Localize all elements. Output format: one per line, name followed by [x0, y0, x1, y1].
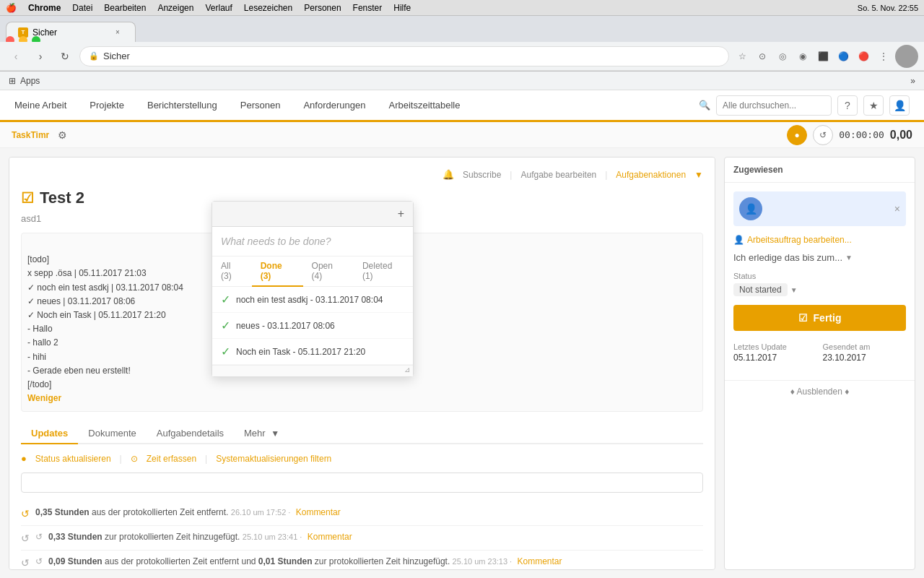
- hide-button[interactable]: ♦ Ausblenden ♦: [725, 380, 915, 402]
- edit-assignment-icon: 👤: [733, 235, 744, 245]
- settings-icon[interactable]: ⚙: [58, 129, 67, 141]
- menubar-personen[interactable]: Personen: [304, 3, 341, 13]
- activity-comment-0[interactable]: Kommentar: [296, 507, 341, 517]
- clock-icon: ⊙: [131, 454, 138, 464]
- done-icon: ☑: [798, 312, 808, 324]
- profile-button[interactable]: [895, 45, 918, 68]
- menubar-lesezeichen[interactable]: Lesezeichen: [244, 3, 292, 13]
- edit-assignment-link[interactable]: 👤 Arbeitsauftrag bearbeiten...: [733, 235, 906, 245]
- menubar-bearbeiten[interactable]: Bearbeiten: [104, 3, 146, 13]
- apps-grid-icon: ⊞: [9, 76, 16, 86]
- tab-mehr[interactable]: Mehr ▼: [234, 423, 289, 444]
- address-bar[interactable]: 🔒 Sicher: [79, 46, 729, 66]
- less-link[interactable]: Weniger: [27, 393, 61, 403]
- extension-icon-3[interactable]: ◉: [794, 48, 811, 65]
- todo-popup-add-button[interactable]: +: [398, 207, 404, 220]
- tab-aufgabendetails[interactable]: Aufgabendetails: [147, 423, 234, 444]
- done-button[interactable]: ☑ Fertig: [733, 305, 906, 331]
- task-tabs: Updates Dokumente Aufgabendetails Mehr ▼: [21, 423, 703, 444]
- todo-item-1: ✓ neues - 03.11.2017 08:06: [212, 313, 413, 339]
- search-input[interactable]: [716, 95, 832, 116]
- todo-items: ✓ noch ein test asdkj - 03.11.2017 08:04…: [212, 287, 413, 365]
- gesendet-value: 23.10.2017: [823, 353, 907, 363]
- activity-comment-1[interactable]: Kommentar: [308, 532, 352, 542]
- extension-icon-5[interactable]: 🔵: [834, 48, 852, 65]
- timer-stop-button[interactable]: ↺: [813, 125, 833, 145]
- filter-link[interactable]: Systemaktualisierungen filtern: [216, 454, 331, 464]
- todo-check-icon-2: ✓: [221, 345, 230, 358]
- apps-label[interactable]: Apps: [20, 76, 40, 86]
- user-avatar: 👤: [739, 197, 762, 220]
- activity-item: ↺ ↺ 0,09 Stunden aus der protokollierten…: [21, 551, 703, 570]
- user-nav-button[interactable]: 👤: [889, 95, 910, 116]
- mehr-dropdown-icon: ▼: [271, 428, 279, 439]
- apps-bar: ⊞ Apps »: [0, 72, 924, 90]
- activity-list: ↺ 0,35 Stunden aus der protokollierten Z…: [21, 501, 703, 570]
- nav-forward-button[interactable]: ›: [30, 46, 51, 66]
- done-label: Fertig: [814, 312, 842, 324]
- activity-meta-1: 25.10 um 23:41 ·: [243, 532, 302, 541]
- nav-meine-arbeit[interactable]: Meine Arbeit: [14, 97, 66, 113]
- menubar-datei[interactable]: Datei: [72, 3, 92, 13]
- activity-comment-2[interactable]: Kommentar: [518, 556, 562, 566]
- nav-arbeitszeittabelle[interactable]: Arbeitszeittabelle: [388, 97, 460, 113]
- apple-menu[interactable]: 🍎: [6, 3, 17, 13]
- todo-item-0: ✓ noch ein test asdkj - 03.11.2017 08:04: [212, 287, 413, 313]
- comment-input[interactable]: [21, 473, 703, 493]
- activity-text-2: 0,09 Stunden aus der protokollierten Zei…: [48, 556, 703, 566]
- status-update-link[interactable]: Status aktualisieren: [35, 454, 111, 464]
- nav-back-button[interactable]: ‹: [6, 46, 26, 66]
- status-badge: Not started: [733, 283, 788, 296]
- extension-icon-4[interactable]: ⬛: [814, 48, 832, 65]
- nav-anforderungen[interactable]: Anforderungen: [303, 97, 365, 113]
- bookmark-nav-button[interactable]: ★: [863, 95, 884, 116]
- extension-icon-2[interactable]: ◎: [774, 48, 791, 65]
- time-record-link[interactable]: Zeit erfassen: [147, 454, 196, 464]
- task-checkbox-icon: ☑: [21, 189, 34, 207]
- subscribe-link[interactable]: Subscribe: [463, 170, 501, 180]
- apps-more[interactable]: »: [910, 76, 915, 86]
- activity-meta-2: 25.10 um 23:13 ·: [453, 557, 513, 566]
- letztes-update-label: Letztes Update: [733, 342, 817, 351]
- menubar-verlauf[interactable]: Verlauf: [205, 3, 232, 13]
- tasktimr-logo: TaskTimr: [12, 130, 49, 140]
- app-nav: Meine Arbeit Projekte Berichterstellung …: [0, 90, 924, 122]
- more-tools-button[interactable]: ⋮: [875, 48, 892, 65]
- edit-task-link[interactable]: Aufgabe bearbeiten: [520, 170, 596, 180]
- bookmark-icon[interactable]: ☆: [733, 48, 751, 65]
- assigned-user-close-button[interactable]: ×: [894, 203, 900, 215]
- todo-tab-deleted[interactable]: Deleted (1): [354, 256, 413, 287]
- tab-close-button[interactable]: ×: [112, 27, 123, 38]
- nav-projekte[interactable]: Projekte: [90, 97, 124, 113]
- resize-handle[interactable]: ⊿: [212, 366, 413, 374]
- menubar-fenster[interactable]: Fenster: [353, 3, 383, 13]
- timer-record-button[interactable]: ●: [787, 125, 807, 145]
- todo-tab-done[interactable]: Done (3): [252, 256, 303, 287]
- due-value[interactable]: Ich erledige das bis zum... ▼: [733, 252, 906, 263]
- timer-controls: ● ↺ 00:00:00 0,00: [787, 125, 912, 145]
- extension-icon-6[interactable]: 🔴: [855, 48, 872, 65]
- action-bar: ● Status aktualisieren | ⊙ Zeit erfassen…: [21, 453, 703, 464]
- menubar-anzeigen[interactable]: Anzeigen: [157, 3, 193, 13]
- nav-personen[interactable]: Personen: [240, 97, 281, 113]
- nav-refresh-button[interactable]: ↻: [55, 46, 75, 66]
- todo-tab-open[interactable]: Open (4): [303, 256, 354, 287]
- todo-tab-all[interactable]: All (3): [212, 256, 252, 287]
- page-header-actions: 🔔 Subscribe | Aufgabe bearbeiten | Aufga…: [21, 169, 703, 186]
- status-value-container[interactable]: Not started ▼: [733, 283, 906, 296]
- activity-sub-icon-1: ↺: [35, 532, 43, 542]
- todo-input-area[interactable]: What needs to be done?: [212, 227, 413, 256]
- tab-dokumente[interactable]: Dokumente: [78, 423, 146, 444]
- todo-tabs: All (3) Done (3) Open (4) Deleted (1): [212, 256, 413, 287]
- help-button[interactable]: ?: [837, 95, 858, 116]
- menubar-hilfe[interactable]: Hilfe: [393, 3, 411, 13]
- menubar-time: So. 5. Nov. 22:55: [858, 4, 918, 12]
- tab-updates[interactable]: Updates: [21, 423, 78, 444]
- menubar-chrome[interactable]: Chrome: [28, 3, 61, 13]
- main-content: 🔔 Subscribe | Aufgabe bearbeiten | Aufga…: [0, 148, 924, 578]
- extension-icon-1[interactable]: ⊙: [754, 48, 771, 65]
- task-actions-link[interactable]: Aufgabenaktionen: [616, 170, 686, 180]
- right-panel: Zugewiesen 👤 × 👤 Arbeitsauftrag bearbeit…: [724, 157, 915, 570]
- nav-berichterstellung[interactable]: Berichterstellung: [147, 97, 217, 113]
- gesendet-item: Gesendet am 23.10.2017: [823, 342, 907, 363]
